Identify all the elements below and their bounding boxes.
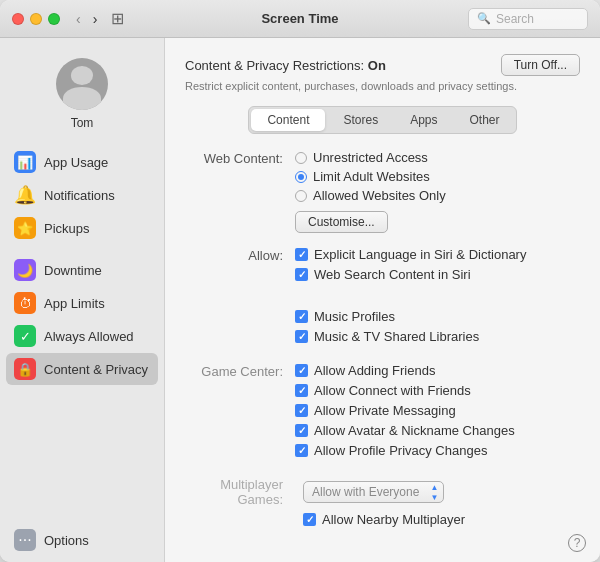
checkbox-avatar-nickname: [295, 424, 308, 437]
sidebar: Tom 📊 App Usage 🔔 Notifications ⭐ Pickup…: [0, 38, 165, 562]
search-placeholder: Search: [496, 12, 534, 26]
allow-row: Allow: Explicit Language in Siri & Dicti…: [185, 247, 580, 287]
avatar-body: [63, 87, 101, 110]
avatar-nickname[interactable]: Allow Avatar & Nickname Changes: [295, 423, 580, 438]
sidebar-item-downtime[interactable]: 🌙 Downtime: [6, 254, 158, 286]
connect-friends[interactable]: Allow Connect with Friends: [295, 383, 580, 398]
checkbox-nearby: [303, 513, 316, 526]
allow-web-search[interactable]: Web Search Content in Siri: [295, 267, 580, 282]
turn-off-button[interactable]: Turn Off...: [501, 54, 580, 76]
sidebar-label-pickups: Pickups: [44, 221, 90, 236]
sidebar-item-content-privacy[interactable]: 🔒 Content & Privacy: [6, 353, 158, 385]
profile-privacy[interactable]: Allow Profile Privacy Changes: [295, 443, 580, 458]
user-section: Tom: [0, 48, 164, 146]
checkbox-web-search: [295, 268, 308, 281]
minimize-button[interactable]: [30, 13, 42, 25]
nearby-multiplayer[interactable]: Allow Nearby Multiplayer: [303, 512, 465, 527]
notifications-icon: 🔔: [14, 184, 36, 206]
sidebar-label-downtime: Downtime: [44, 263, 102, 278]
profiles-content: Music Profiles Music & TV Shared Librari…: [295, 309, 580, 349]
titlebar: ‹ › ⊞ Screen Time 🔍 Search: [0, 0, 600, 38]
avatar-nickname-label: Allow Avatar & Nickname Changes: [314, 423, 515, 438]
sidebar-item-options[interactable]: ··· Options: [6, 524, 158, 556]
allow-content: Explicit Language in Siri & Dictionary W…: [295, 247, 580, 287]
back-button[interactable]: ‹: [72, 9, 85, 29]
avatar: [56, 58, 108, 110]
multiplayer-value: Allow with Everyone: [312, 485, 419, 499]
web-content-row: Web Content: Unrestricted Access Limit A…: [185, 150, 580, 233]
web-content-section: Web Content: Unrestricted Access Limit A…: [185, 150, 580, 233]
checkbox-music-tv: [295, 330, 308, 343]
adding-friends[interactable]: Allow Adding Friends: [295, 363, 580, 378]
allow-section: Allow: Explicit Language in Siri & Dicti…: [185, 247, 580, 287]
sidebar-item-notifications[interactable]: 🔔 Notifications: [6, 179, 158, 211]
checkbox-private-messaging: [295, 404, 308, 417]
sidebar-item-pickups[interactable]: ⭐ Pickups: [6, 212, 158, 244]
multiplayer-section: Multiplayer Games: Allow with Everyone ▲…: [185, 477, 580, 532]
web-content-options: Unrestricted Access Limit Adult Websites…: [295, 150, 580, 233]
sidebar-item-app-usage[interactable]: 📊 App Usage: [6, 146, 158, 178]
pickups-icon: ⭐: [14, 217, 36, 239]
tab-other[interactable]: Other: [454, 107, 516, 133]
game-center-label: Game Center:: [185, 363, 295, 379]
multiplayer-select[interactable]: Allow with Everyone ▲ ▼: [303, 481, 444, 503]
sidebar-label-notifications: Notifications: [44, 188, 115, 203]
tab-content[interactable]: Content: [251, 109, 325, 131]
private-messaging[interactable]: Allow Private Messaging: [295, 403, 580, 418]
checkbox-adding-friends: [295, 364, 308, 377]
always-allowed-icon: ✓: [14, 325, 36, 347]
game-center-section: Game Center: Allow Adding Friends Allow …: [185, 363, 580, 463]
nav-arrows: ‹ ›: [72, 9, 101, 29]
traffic-lights: [12, 13, 60, 25]
music-tv-label: Music & TV Shared Libraries: [314, 329, 479, 344]
sidebar-item-app-limits[interactable]: ⏱ App Limits: [6, 287, 158, 319]
main-content: Content & Privacy Restrictions: On Turn …: [165, 38, 600, 562]
restriction-status: On: [368, 58, 386, 73]
divider: [6, 245, 158, 253]
private-messaging-label: Allow Private Messaging: [314, 403, 456, 418]
tab-apps[interactable]: Apps: [394, 107, 453, 133]
radio-limit-adult-label: Limit Adult Websites: [313, 169, 430, 184]
connect-friends-label: Allow Connect with Friends: [314, 383, 471, 398]
checkbox-profile-privacy: [295, 444, 308, 457]
profiles-row: Music Profiles Music & TV Shared Librari…: [185, 309, 580, 349]
username: Tom: [71, 116, 94, 130]
search-icon: 🔍: [477, 12, 491, 25]
tab-stores[interactable]: Stores: [327, 107, 394, 133]
radio-allowed-only-circle: [295, 190, 307, 202]
music-tv-shared[interactable]: Music & TV Shared Libraries: [295, 329, 580, 344]
allow-explicit-lang[interactable]: Explicit Language in Siri & Dictionary: [295, 247, 580, 262]
profiles-section: Music Profiles Music & TV Shared Librari…: [185, 309, 580, 349]
radio-allowed-only[interactable]: Allowed Websites Only: [295, 188, 580, 203]
sidebar-label-app-limits: App Limits: [44, 296, 105, 311]
multiplayer-label: Multiplayer Games:: [185, 477, 295, 507]
forward-button[interactable]: ›: [89, 9, 102, 29]
nearby-row: Allow Nearby Multiplayer: [185, 512, 580, 532]
radio-limit-adult[interactable]: Limit Adult Websites: [295, 169, 580, 184]
sidebar-bottom: ··· Options: [0, 518, 164, 562]
app-limits-icon: ⏱: [14, 292, 36, 314]
grid-icon: ⊞: [111, 9, 124, 28]
profiles-label: [185, 309, 295, 310]
music-profiles[interactable]: Music Profiles: [295, 309, 580, 324]
search-box[interactable]: 🔍 Search: [468, 8, 588, 30]
game-center-row: Game Center: Allow Adding Friends Allow …: [185, 363, 580, 463]
allow-label: Allow:: [185, 247, 295, 263]
allow-web-search-label: Web Search Content in Siri: [314, 267, 471, 282]
checkbox-music-profiles: [295, 310, 308, 323]
help-button[interactable]: ?: [568, 534, 586, 552]
radio-allowed-only-label: Allowed Websites Only: [313, 188, 446, 203]
options-icon: ···: [14, 529, 36, 551]
radio-limit-adult-circle: [295, 171, 307, 183]
web-content-label: Web Content:: [185, 150, 295, 166]
sidebar-label-always-allowed: Always Allowed: [44, 329, 134, 344]
avatar-head: [71, 66, 93, 85]
close-button[interactable]: [12, 13, 24, 25]
checkbox-explicit-lang: [295, 248, 308, 261]
maximize-button[interactable]: [48, 13, 60, 25]
radio-unrestricted[interactable]: Unrestricted Access: [295, 150, 580, 165]
game-center-content: Allow Adding Friends Allow Connect with …: [295, 363, 580, 463]
customise-button[interactable]: Customise...: [295, 211, 388, 233]
sidebar-item-always-allowed[interactable]: ✓ Always Allowed: [6, 320, 158, 352]
radio-unrestricted-label: Unrestricted Access: [313, 150, 428, 165]
